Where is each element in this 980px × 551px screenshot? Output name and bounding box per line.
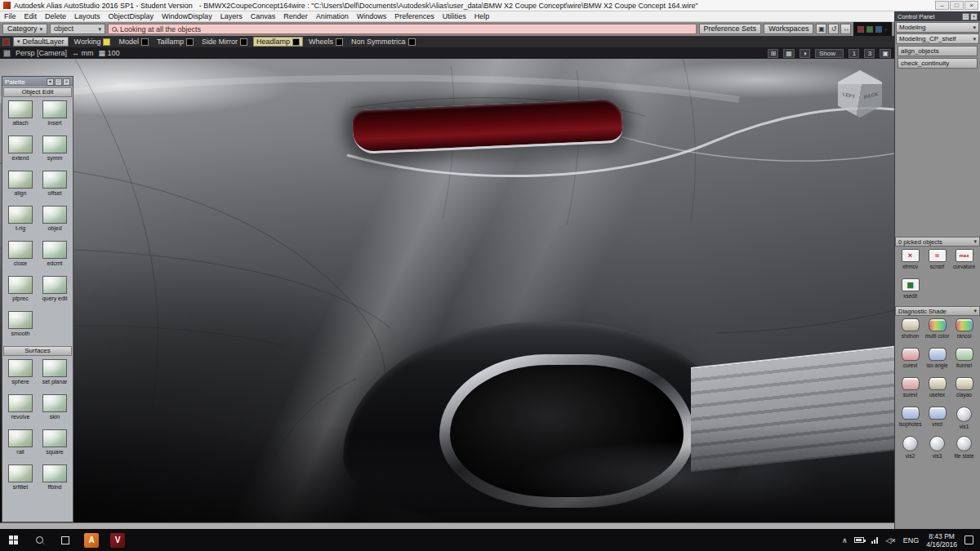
menu-windows[interactable]: Windows	[353, 11, 391, 22]
clock[interactable]: 8:43 PM 4/16/2016	[926, 532, 957, 549]
minimize-button[interactable]: –	[935, 1, 949, 10]
tool-close[interactable]: close	[3, 239, 38, 274]
tool-revolve[interactable]: revolve	[3, 393, 38, 428]
layer-non-symmetrical[interactable]: Non Symmetrica	[349, 37, 418, 47]
tool-rail[interactable]: rail	[3, 428, 38, 463]
action-center-icon[interactable]	[964, 535, 973, 544]
tool-smooth[interactable]: smooth	[3, 309, 38, 344]
tool-vis1[interactable]: vis1	[951, 405, 978, 434]
tool-file-state[interactable]: file state	[951, 434, 978, 464]
tool-srfillet[interactable]: srfillet	[3, 463, 38, 498]
tool-ffblnd[interactable]: ffblnd	[38, 463, 72, 498]
menu-canvas[interactable]: Canvas	[247, 11, 280, 22]
green-shelf-icon[interactable]	[866, 26, 873, 33]
menu-file[interactable]: File	[0, 11, 20, 22]
tool-attach[interactable]: attach	[3, 99, 38, 134]
tool-t-rig[interactable]: t-rig	[3, 204, 38, 239]
expand-right-icon[interactable]: ▸	[884, 26, 888, 33]
menu-utilities[interactable]: Utilities	[439, 11, 470, 22]
fit-view-icon[interactable]: ⊞	[768, 49, 778, 58]
tray-expand-icon[interactable]: ∧	[842, 536, 848, 544]
overlay-button-1[interactable]: 1	[849, 49, 859, 58]
diagnostic-shade-header[interactable]: Diagnostic Shade ▾	[895, 306, 980, 316]
tool-square[interactable]: square	[38, 428, 72, 463]
tool-curevl[interactable]: curevl	[897, 346, 924, 375]
volume-muted-icon[interactable]: ◁×	[885, 536, 895, 544]
viewcube-back-face[interactable]: BACK	[864, 91, 878, 100]
reset-layout-icon[interactable]: ↺	[828, 24, 839, 34]
tool-skin[interactable]: skin	[38, 393, 72, 428]
layer-color-swatch[interactable]	[103, 38, 110, 46]
viewcube-left-face[interactable]: LEFT	[843, 91, 855, 100]
layer-side-mirror[interactable]: Side Mirror	[199, 37, 250, 47]
tool-clayao[interactable]: clayao	[951, 375, 978, 405]
shelf-set-dropdown[interactable]: Modeling ▾	[896, 22, 979, 33]
tool-symm[interactable]: symm	[38, 134, 72, 169]
control-panel-title-bar[interactable]: Control Panel □ ×	[895, 11, 980, 21]
tool-vred[interactable]: vred	[924, 405, 951, 434]
panel-dock-icon[interactable]: □	[962, 13, 969, 20]
palette-title-bar[interactable]: Palette ▾ □ ×	[2, 77, 73, 87]
network-icon[interactable]	[871, 537, 878, 544]
tool-surevl[interactable]: surevl	[897, 375, 924, 405]
tool-offset[interactable]: offset	[38, 169, 72, 204]
camera-icon[interactable]	[3, 50, 11, 57]
category-dropdown[interactable]: Category ▾	[2, 24, 47, 34]
tool-vis3[interactable]: vis3	[924, 434, 951, 464]
tool-vis2[interactable]: vis2	[897, 434, 924, 464]
layer-headlamp[interactable]: Headlamp	[253, 37, 303, 47]
shelf-tab-dropdown[interactable]: Modeling_CP_shelf ▾	[896, 33, 979, 44]
start-button[interactable]	[0, 529, 26, 551]
workspaces-button[interactable]: Workspaces	[764, 24, 813, 34]
layer-model[interactable]: Model	[116, 37, 151, 47]
tool-align[interactable]: align	[3, 169, 38, 204]
tool-xfrmcv[interactable]: ×xfrmcv	[897, 247, 924, 277]
tool-shdnon[interactable]: shdnon	[897, 317, 924, 346]
menu-edit[interactable]: Edit	[20, 11, 42, 22]
language-indicator[interactable]: ENG	[903, 536, 920, 544]
tool-scnsrf[interactable]: ≈scnsrf	[924, 247, 951, 277]
tool-sphere[interactable]: sphere	[3, 358, 38, 393]
shade-toggle-icon[interactable]: ◑	[800, 49, 810, 58]
layer-color-swatch[interactable]	[240, 38, 247, 46]
check-continuity-button[interactable]: check_continuity	[898, 58, 978, 69]
menu-preferences[interactable]: Preferences	[390, 11, 439, 22]
save-layout-icon[interactable]: ▣	[816, 24, 826, 34]
task-view-button[interactable]	[52, 529, 78, 551]
layer-wheels[interactable]: Wheels	[306, 37, 345, 47]
align-objects-button[interactable]: align_objects	[898, 46, 978, 56]
taskbar-search-button[interactable]	[26, 529, 52, 551]
close-button[interactable]: ×	[964, 1, 978, 10]
tool-edcmt[interactable]: edcmt	[38, 239, 72, 274]
overlay-button-3[interactable]: 3	[864, 49, 875, 58]
tool-iso-angle[interactable]: iso angle	[924, 346, 951, 375]
panel-close-icon[interactable]: ×	[970, 13, 978, 20]
palette-close-icon[interactable]: ×	[63, 78, 70, 86]
layer-menu-icon[interactable]	[2, 38, 10, 46]
layer-color-swatch[interactable]	[186, 38, 194, 46]
tool-multi-color[interactable]: multi color	[924, 317, 951, 346]
tool-query-edit[interactable]: query edit	[38, 274, 72, 309]
preference-sets-button[interactable]: Preference Sets	[699, 24, 762, 34]
grid-toggle-icon[interactable]: ▦	[783, 49, 795, 58]
tool-ptprec[interactable]: ptprec	[3, 274, 38, 309]
maximize-button[interactable]: □	[950, 1, 964, 10]
default-layer-dropdown[interactable]: ▾ DefaultLayer	[13, 37, 69, 47]
menu-help[interactable]: Help	[470, 11, 494, 22]
vred-taskbar-app[interactable]: V	[105, 529, 131, 551]
object-type-dropdown[interactable]: object ▾	[50, 24, 105, 34]
layer-color-swatch[interactable]	[408, 38, 416, 46]
menu-render[interactable]: Render	[279, 11, 312, 22]
tool-objed[interactable]: objed	[38, 204, 72, 239]
show-menu-button[interactable]: Show ▾	[815, 49, 844, 58]
menu-delete[interactable]: Delete	[41, 11, 70, 22]
layer-color-swatch[interactable]	[141, 38, 149, 46]
tool-curvature[interactable]: maxcurvature	[951, 247, 978, 277]
panes-icon[interactable]: ▣	[880, 49, 891, 58]
tool-usetex[interactable]: usetex	[924, 375, 951, 405]
palette-collapse-icon[interactable]: ▾	[47, 78, 54, 86]
tool-rancol[interactable]: rancol	[951, 317, 978, 346]
section-surfaces[interactable]: Surfaces	[3, 346, 72, 356]
tool-extend[interactable]: extend	[3, 134, 38, 169]
tool-set-planar[interactable]: set planar	[38, 358, 72, 393]
